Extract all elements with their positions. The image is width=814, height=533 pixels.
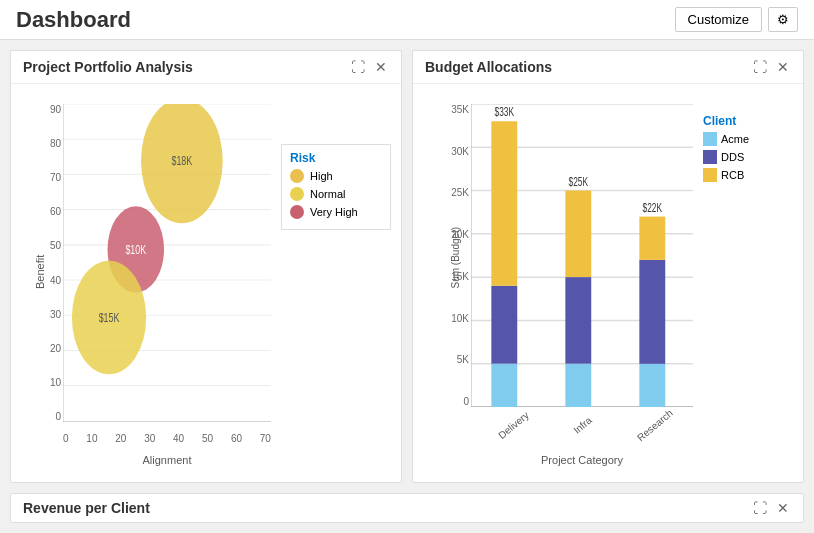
page-title: Dashboard — [16, 7, 131, 33]
x-tick: 20 — [115, 433, 126, 444]
svg-text:$22K: $22K — [643, 199, 663, 213]
legend-label-high: High — [310, 170, 333, 182]
legend-dot-high — [290, 169, 304, 183]
portfolio-panel-body: Benefit 90 80 70 60 50 40 30 20 10 0 — [11, 84, 401, 482]
budget-expand-button[interactable]: ⛶ — [751, 59, 769, 75]
y-tick: 10 — [50, 377, 61, 388]
bar-y-tick: 35K — [451, 104, 469, 115]
svg-rect-32 — [565, 191, 591, 278]
svg-rect-27 — [491, 286, 517, 364]
svg-rect-28 — [491, 121, 517, 286]
legend-dot-normal — [290, 187, 304, 201]
bar-y-tick: 30K — [451, 146, 469, 157]
bar-y-tick: 25K — [451, 187, 469, 198]
bar-legend-item-acme: Acme — [703, 132, 793, 146]
y-tick: 80 — [50, 138, 61, 149]
bar-y-ticks: 35K 30K 25K 20K 15K 10K 5K 0 — [441, 104, 469, 407]
revenue-panel: Revenue per Client ⛶ ✕ — [10, 493, 804, 523]
svg-rect-30 — [565, 364, 591, 407]
portfolio-panel: Project Portfolio Analysis ⛶ ✕ Benefit 9… — [10, 50, 402, 483]
legend-label-veryhigh: Very High — [310, 206, 358, 218]
y-tick: 20 — [50, 343, 61, 354]
x-axis-ticks: 0 10 20 30 40 50 60 70 — [63, 433, 271, 444]
bar-y-tick: 5K — [457, 354, 469, 365]
revenue-close-button[interactable]: ✕ — [775, 500, 791, 516]
svg-rect-36 — [639, 217, 665, 260]
svg-rect-31 — [565, 277, 591, 364]
y-tick: 70 — [50, 172, 61, 183]
svg-rect-34 — [639, 364, 665, 407]
bar-legend-color-rcb — [703, 168, 717, 182]
portfolio-panel-header: Project Portfolio Analysis ⛶ ✕ — [11, 51, 401, 84]
revenue-expand-button[interactable]: ⛶ — [751, 500, 769, 516]
x-tick: 10 — [86, 433, 97, 444]
bar-x-axis-label: Project Category — [471, 454, 693, 466]
gear-icon-button[interactable]: ⚙ — [768, 7, 798, 32]
y-tick: 0 — [55, 411, 61, 422]
x-label-research: Research — [635, 407, 675, 443]
bar-legend: Client Acme DDS RCB — [703, 114, 793, 186]
budget-panel-header: Budget Allocations ⛶ ✕ — [413, 51, 803, 84]
budget-panel: Budget Allocations ⛶ ✕ Sum (Budget) 35K … — [412, 50, 804, 483]
legend-item-normal: Normal — [290, 187, 382, 201]
x-label-infra: Infra — [571, 415, 593, 436]
y-tick: 50 — [50, 240, 61, 251]
x-tick: 40 — [173, 433, 184, 444]
bar-chart: Sum (Budget) 35K 30K 25K 20K 15K 10K 5K … — [423, 94, 793, 472]
y-tick: 40 — [50, 275, 61, 286]
bar-legend-label-rcb: RCB — [721, 169, 744, 181]
bubble-svg: $18K $10K $15K — [63, 104, 271, 422]
page-header: Dashboard Customize ⚙ — [0, 0, 814, 40]
bar-legend-color-dds — [703, 150, 717, 164]
x-tick: 50 — [202, 433, 213, 444]
bubble-legend-title: Risk — [290, 151, 382, 165]
svg-text:$18K: $18K — [171, 153, 192, 167]
bar-legend-color-acme — [703, 132, 717, 146]
customize-button[interactable]: Customize — [675, 7, 762, 32]
svg-text:$10K: $10K — [125, 242, 146, 256]
x-tick: 30 — [144, 433, 155, 444]
bar-legend-label-acme: Acme — [721, 133, 749, 145]
bar-legend-label-dds: DDS — [721, 151, 744, 163]
legend-label-normal: Normal — [310, 188, 345, 200]
y-axis-ticks: 90 80 70 60 50 40 30 20 10 0 — [39, 104, 61, 422]
legend-item-veryhigh: Very High — [290, 205, 382, 219]
bubble-chart: Benefit 90 80 70 60 50 40 30 20 10 0 — [21, 94, 391, 472]
x-tick: 70 — [260, 433, 271, 444]
bar-y-tick: 0 — [463, 396, 469, 407]
bar-y-tick: 10K — [451, 313, 469, 324]
bar-svg: $33K $25K $22K — [471, 104, 693, 407]
x-label-delivery: Delivery — [496, 409, 531, 441]
portfolio-panel-title: Project Portfolio Analysis — [23, 59, 193, 75]
bar-y-tick: 15K — [451, 271, 469, 282]
bar-legend-item-dds: DDS — [703, 150, 793, 164]
dashboard-body: Project Portfolio Analysis ⛶ ✕ Benefit 9… — [0, 40, 814, 533]
bar-y-tick: 20K — [451, 229, 469, 240]
budget-panel-body: Sum (Budget) 35K 30K 25K 20K 15K 10K 5K … — [413, 84, 803, 482]
x-tick: 60 — [231, 433, 242, 444]
portfolio-panel-controls: ⛶ ✕ — [349, 59, 389, 75]
y-tick: 60 — [50, 206, 61, 217]
y-tick: 30 — [50, 309, 61, 320]
bubble-legend: Risk High Normal Very High — [281, 144, 391, 230]
svg-rect-26 — [491, 364, 517, 407]
svg-text:$33K: $33K — [495, 104, 515, 118]
portfolio-expand-button[interactable]: ⛶ — [349, 59, 367, 75]
svg-text:$15K: $15K — [99, 310, 120, 324]
budget-close-button[interactable]: ✕ — [775, 59, 791, 75]
x-axis-label: Alignment — [63, 454, 271, 466]
budget-panel-controls: ⛶ ✕ — [751, 59, 791, 75]
header-actions: Customize ⚙ — [675, 7, 798, 32]
revenue-panel-controls: ⛶ ✕ — [751, 500, 791, 516]
top-row: Project Portfolio Analysis ⛶ ✕ Benefit 9… — [10, 50, 804, 483]
bar-legend-title: Client — [703, 114, 793, 128]
x-tick: 0 — [63, 433, 69, 444]
budget-panel-title: Budget Allocations — [425, 59, 552, 75]
portfolio-close-button[interactable]: ✕ — [373, 59, 389, 75]
legend-item-high: High — [290, 169, 382, 183]
bar-legend-item-rcb: RCB — [703, 168, 793, 182]
bar-x-labels: Delivery Infra Research — [471, 421, 693, 432]
revenue-panel-title: Revenue per Client — [23, 500, 150, 516]
y-tick: 90 — [50, 104, 61, 115]
svg-text:$25K: $25K — [569, 174, 589, 188]
